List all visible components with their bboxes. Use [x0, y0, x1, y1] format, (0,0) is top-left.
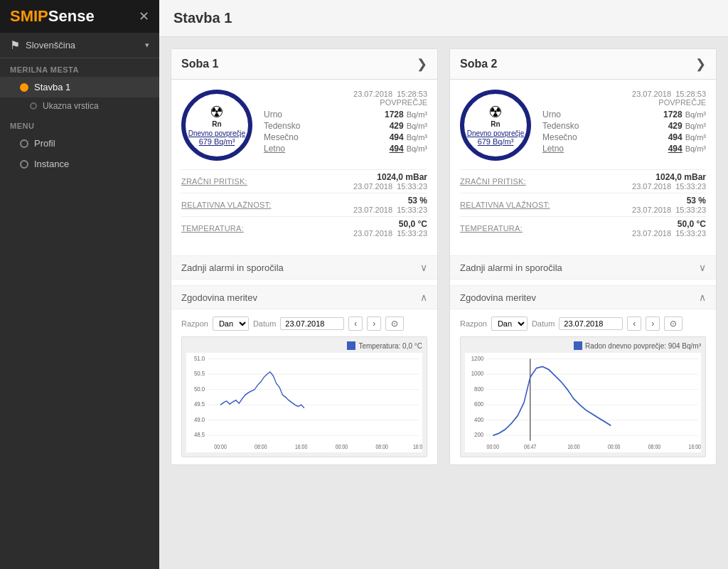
alarms-chevron-soba2: ∨ — [699, 262, 706, 273]
legend-label-soba1: Temperatura: 0,0 °C — [358, 342, 422, 350]
chevron-down-icon: ▾ — [145, 41, 149, 50]
chart-soba1: Temperatura: 0,0 °C 51.0 50.5 50.0 49.5 … — [181, 336, 427, 457]
svg-text:08:00: 08:00 — [375, 443, 388, 450]
chart-svg-soba2: 1200 1000 800 600 400 200 — [465, 353, 701, 452]
svg-text:08:00: 08:00 — [255, 443, 267, 450]
chart-legend-soba1: Temperatura: 0,0 °C — [186, 341, 422, 350]
stop-btn-soba1[interactable]: ⊙ — [385, 317, 404, 331]
room-arrow-soba1[interactable]: ❯ — [417, 56, 427, 72]
date-label-soba1: Datum — [253, 319, 276, 328]
legend-label-soba2: Radon dnevno povprečje: 904 Bq/m³ — [585, 342, 701, 350]
range-label-soba1: Razpon — [181, 319, 208, 328]
readings-datetime-soba2: 23.07.2018 15:28:53 POVPREČJE — [542, 90, 706, 107]
room-card-soba1: Soba 1 ❯ ☢ Rn Dnevno povprečje 679 Bq/m³ — [171, 48, 438, 465]
reading-mesecno-soba1: Mesečno 494 Bq/m³ — [264, 132, 427, 142]
date-input-soba1[interactable] — [280, 317, 344, 330]
readings-datetime-soba1: 23.07.2018 15:28:53 POVPREČJE — [264, 90, 427, 107]
app-logo: SMIPSense — [10, 7, 95, 26]
sidebar: SMIPSense ✕ ⚑ Slovenščina ▾ MERILNA MEST… — [0, 0, 159, 569]
history-body-soba1: Razpon Dan Datum ‹ › ⊙ T — [171, 309, 437, 464]
reading-urno-soba2: Urno 1728 Bq/m³ — [542, 110, 706, 119]
svg-text:800: 800 — [474, 385, 483, 393]
next-btn-soba1[interactable]: › — [367, 317, 381, 331]
instance-label: Instance — [34, 159, 69, 169]
profil-label: Profil — [34, 138, 55, 149]
history-header-soba1[interactable]: Zgodovina meritev ∧ — [171, 286, 437, 309]
ukazna-label: Ukazna vrstica — [43, 101, 99, 111]
close-icon[interactable]: ✕ — [139, 9, 149, 24]
gauge-wrap-soba1: ☢ Rn Dnevno povprečje 679 Bq/m³ — [181, 90, 252, 161]
svg-text:16:00: 16:00 — [567, 443, 580, 450]
room-arrow-soba2[interactable]: ❯ — [695, 56, 706, 72]
svg-text:00:00: 00:00 — [608, 443, 621, 450]
svg-text:00:00: 00:00 — [214, 443, 227, 450]
gauge-value-soba2: 679 Bq/m³ — [478, 137, 514, 146]
reading-urno-soba1: Urno 1728 Bq/m³ — [264, 110, 427, 119]
alarms-section-soba1: Zadnji alarmi in sporočila ∨ — [171, 255, 437, 280]
sidebar-item-instance[interactable]: Instance — [0, 154, 159, 174]
room-header-soba1: Soba 1 ❯ — [171, 49, 437, 80]
sensor-humidity-soba1: RELATIVNA VLAŽNOST: 53 % 23.07.2018 15:3… — [181, 193, 427, 216]
sensor-humidity-soba2: RELATIVNA VLAŽNOST: 53 % 23.07.2018 15:3… — [460, 193, 706, 216]
sensor-pressure-soba2: ZRAČNI PRITISK: 1024,0 mBar 23.07.2018 1… — [460, 169, 706, 193]
prev-btn-soba2[interactable]: ‹ — [627, 317, 641, 331]
room-name-soba1: Soba 1 — [181, 58, 218, 70]
date-label-soba2: Datum — [532, 319, 555, 328]
page-title: Stavba 1 — [159, 0, 728, 37]
stavba1-label: Stavba 1 — [34, 82, 70, 92]
svg-text:16:00: 16:00 — [413, 443, 422, 450]
range-label-soba2: Razpon — [460, 319, 487, 328]
sensor-temp-soba1: TEMPERATURA: 50,0 °C 23.07.2018 15:33:23 — [181, 216, 427, 240]
main-content: Stavba 1 Soba 1 ❯ ☢ Rn Dnevno povprečje … — [159, 0, 728, 569]
sidebar-item-profil[interactable]: Profil — [0, 133, 159, 154]
alarms-chevron-soba1: ∨ — [420, 262, 427, 273]
svg-text:16:00: 16:00 — [295, 443, 308, 450]
alarms-header-soba2[interactable]: Zadnji alarmi in sporočila ∨ — [450, 256, 716, 280]
room-body-soba2: ☢ Rn Dnevno povprečje 679 Bq/m³ 23.07.20… — [450, 80, 716, 250]
alarms-section-soba2: Zadnji alarmi in sporočila ∨ — [450, 255, 716, 280]
svg-text:08:00: 08:00 — [648, 443, 661, 450]
sidebar-item-stavba1[interactable]: Stavba 1 — [0, 77, 159, 97]
legend-box-soba1 — [347, 341, 355, 350]
radon-icon-soba2: ☢ — [488, 105, 503, 120]
reading-tedensko-soba1: Tedensko 429 Bq/m³ — [264, 121, 427, 131]
reading-letno-soba1: Letno 494 Bq/m³ — [264, 144, 427, 154]
range-select-soba1[interactable]: Dan — [213, 317, 249, 331]
radio-profil — [20, 139, 28, 148]
alarms-header-soba1[interactable]: Zadnji alarmi in sporočila ∨ — [171, 256, 437, 280]
history-header-soba2[interactable]: Zgodovina meritev ∧ — [450, 286, 716, 309]
svg-text:00:00: 00:00 — [487, 443, 500, 450]
radio-instance — [20, 160, 28, 169]
history-chevron-soba2: ∧ — [699, 292, 706, 303]
history-controls-soba2: Razpon Dan Datum ‹ › ⊙ — [460, 317, 706, 331]
date-input-soba2[interactable] — [559, 317, 623, 330]
history-label-soba1: Zgodovina meritev — [181, 292, 257, 303]
logo-sense: Sense — [48, 7, 95, 25]
svg-text:51.0: 51.0 — [194, 354, 205, 362]
language-selector[interactable]: ⚑ Slovenščina ▾ — [0, 33, 159, 58]
next-btn-soba2[interactable]: › — [646, 317, 660, 331]
language-name: Slovenščina — [26, 40, 145, 50]
svg-text:48.5: 48.5 — [194, 431, 205, 439]
svg-text:600: 600 — [474, 400, 483, 408]
radon-gauge-soba1: ☢ Rn Dnevno povprečje 679 Bq/m³ — [181, 90, 252, 161]
svg-text:50.0: 50.0 — [194, 385, 205, 393]
gauge-label-soba1[interactable]: Dnevno povprečje — [188, 129, 246, 137]
prev-btn-soba1[interactable]: ‹ — [348, 317, 363, 331]
menu-label: MENU — [0, 115, 159, 133]
history-section-soba2: Zgodovina meritev ∧ Razpon Dan Datum ‹ ›… — [450, 285, 716, 464]
chart-svg-soba1: 51.0 50.5 50.0 49.5 49.0 48.5 — [186, 353, 422, 452]
sensor-temp-soba2: TEMPERATURA: 50,0 °C 23.07.2018 15:33:23 — [460, 216, 706, 240]
svg-text:16:00: 16:00 — [689, 443, 701, 450]
sidebar-item-ukazna[interactable]: Ukazna vrstica — [0, 97, 159, 115]
logo-smip: SMIP — [10, 7, 48, 25]
chart-legend-soba2: Radon dnevno povprečje: 904 Bq/m³ — [465, 341, 701, 350]
reading-mesecno-soba2: Mesečno 494 Bq/m³ — [542, 132, 706, 142]
svg-text:49.0: 49.0 — [194, 415, 205, 423]
gauge-row-soba1: ☢ Rn Dnevno povprečje 679 Bq/m³ 23.07.20… — [181, 90, 427, 161]
range-select-soba2[interactable]: Dan — [491, 317, 528, 331]
gauge-label-soba2[interactable]: Dnevno povprečje — [467, 129, 525, 137]
stop-btn-soba2[interactable]: ⊙ — [664, 317, 682, 331]
history-label-soba2: Zgodovina meritev — [460, 292, 536, 303]
reading-tedensko-soba2: Tedensko 429 Bq/m³ — [542, 121, 706, 131]
